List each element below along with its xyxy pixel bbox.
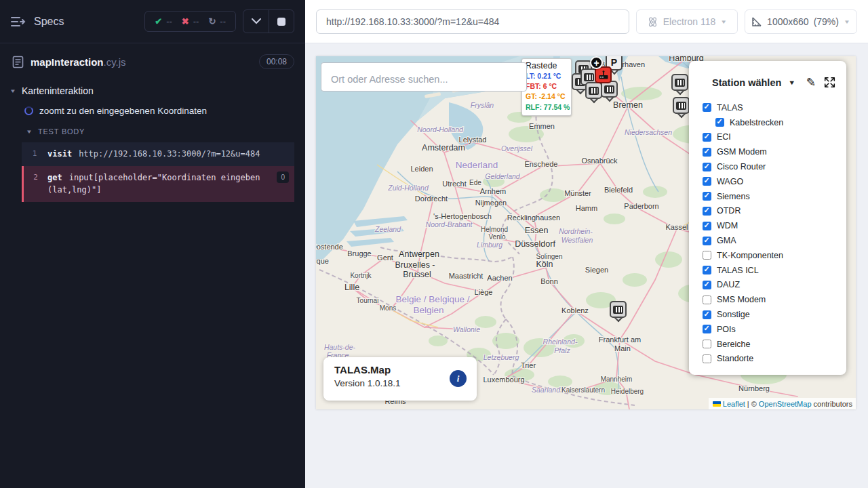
checkbox-label: WAGO: [717, 177, 743, 186]
checkbox[interactable]: [703, 310, 711, 319]
command-get[interactable]: 2 getinput[placeholder="Koordinaten eing…: [22, 166, 294, 202]
checkbox[interactable]: [703, 296, 711, 304]
station-filter-wdm[interactable]: WDM: [703, 218, 846, 233]
spec-timer: 00:08: [259, 54, 294, 69]
checkbox-label: TALAS ICL: [717, 266, 759, 275]
specs-menu-icon[interactable]: [11, 16, 26, 27]
checkbox[interactable]: [703, 148, 711, 157]
station-filter-otdr[interactable]: OTDR: [703, 204, 846, 219]
checkbox[interactable]: [703, 266, 711, 274]
spec-row[interactable]: mapInteraction .cy.js 00:08: [0, 43, 305, 79]
tooltip-measurement: RLF: 77.54 %: [526, 102, 568, 113]
station-filter-cisco-router[interactable]: Cisco Router: [703, 159, 846, 174]
command-message: http://192.168.10.33:3000/?m=12&u=484: [79, 149, 260, 159]
ruler-icon: [751, 16, 762, 27]
station-filter-bereiche[interactable]: Bereiche: [703, 337, 846, 352]
command-visit[interactable]: 1 visithttp://192.168.10.33:3000/?m=12&u…: [22, 142, 294, 166]
stop-icon: [277, 18, 285, 26]
station-marker[interactable]: [610, 301, 627, 318]
checkbox[interactable]: [703, 192, 711, 201]
station-select-dropdown[interactable]: Station wählen: [712, 77, 781, 88]
checkbox[interactable]: [703, 177, 711, 186]
checkbox[interactable]: [703, 222, 711, 230]
tooltip-title: Rastede: [526, 61, 568, 70]
checkbox-label: SMS Modem: [717, 295, 766, 304]
test-body-toggle[interactable]: ▼ TEST BODY: [0, 121, 305, 141]
station-filter-kabelstrecken[interactable]: Kabelstrecken: [703, 115, 846, 130]
checkbox-label: Sonstige: [717, 310, 750, 319]
station-filter-talas[interactable]: TALAS: [703, 100, 846, 115]
station-filter-panel: Station wählen ▼ ✎ TALASKabelstreckenECI…: [689, 61, 846, 375]
checkbox[interactable]: [703, 103, 711, 112]
station-filter-tk-komponenten[interactable]: TK-Komponenten: [703, 248, 846, 263]
checkbox[interactable]: [703, 340, 711, 348]
station-filter-eci[interactable]: ECI: [703, 130, 846, 145]
browser-select[interactable]: Electron 118 ▼: [636, 9, 738, 34]
checkbox-label: GSM Modem: [717, 147, 767, 157]
station-filter-siemens[interactable]: Siemens: [703, 189, 846, 204]
map-search-input[interactable]: Ort oder Adresse suchen...: [321, 62, 527, 92]
station-marker[interactable]: [673, 97, 690, 114]
checkbox[interactable]: [715, 118, 724, 127]
stat-pending: ↻--: [208, 16, 226, 26]
station-filter-sonstige[interactable]: Sonstige: [703, 307, 846, 322]
station-marker[interactable]: [585, 82, 602, 99]
station-tooltip: Rastede LT: 0.21 °CFBT: 6 °CGT: -2.14 °C…: [521, 58, 572, 116]
expand-icon[interactable]: [824, 77, 835, 88]
app-version: Version 1.0.18.1: [334, 378, 467, 388]
url-input[interactable]: http://192.168.10.33:3000/?m=12&u=484: [316, 9, 629, 34]
checkbox[interactable]: [703, 325, 711, 333]
station-filter-gma[interactable]: GMA: [703, 233, 846, 248]
spec-extension: .cy.js: [104, 56, 126, 68]
checkbox[interactable]: [703, 251, 711, 260]
stop-button[interactable]: [269, 10, 294, 33]
chevron-down-icon[interactable]: ▼: [788, 79, 795, 85]
station-filter-gsm-modem[interactable]: GSM Modem: [703, 144, 846, 159]
checkbox[interactable]: [703, 133, 711, 142]
tooltip-measurement: GT: -2.14 °C: [526, 92, 568, 102]
station-filter-dauz[interactable]: DAUZ: [703, 278, 846, 293]
test-row[interactable]: zoomt zu den eingegebenen Koordinaten: [0, 100, 305, 121]
ukraine-flag-icon: [713, 401, 721, 407]
map-viewport[interactable]: HamburgBremerhavenBremenEmmenFryslânNoor…: [316, 56, 856, 409]
failed-icon: ✖: [182, 16, 189, 26]
station-filter-sms-modem[interactable]: SMS Modem: [703, 292, 846, 307]
checkbox[interactable]: [703, 163, 711, 171]
search-placeholder: Ort oder Adresse suchen...: [331, 70, 448, 85]
checkbox-label: WDM: [717, 221, 738, 230]
station-filter-standorte[interactable]: Standorte: [703, 352, 846, 367]
viewport-select[interactable]: 1000x660 (79%) ▼: [745, 9, 857, 34]
station-filter-pois[interactable]: POIs: [703, 322, 846, 337]
stat-failed: ✖--: [182, 16, 199, 26]
checkbox-label: GMA: [717, 236, 736, 245]
checkbox-label: DAUZ: [717, 280, 740, 289]
station-filter-wago[interactable]: WAGO: [703, 174, 846, 189]
chevron-down-icon: ▼: [844, 19, 850, 25]
runner-url-bar: http://192.168.10.33:3000/?m=12&u=484 El…: [305, 0, 868, 43]
checkbox-label: OTDR: [717, 206, 741, 216]
info-icon[interactable]: i: [450, 370, 467, 387]
collapse-button[interactable]: [243, 10, 269, 33]
command-method: get: [47, 173, 62, 182]
leaflet-link[interactable]: Leaflet: [723, 400, 745, 408]
spec-name: mapInteraction: [31, 56, 104, 68]
station-filter-talas-icl[interactable]: TALAS ICL: [703, 263, 846, 278]
osm-link[interactable]: OpenStreetMap: [759, 400, 812, 408]
chevron-down-icon: ▼: [26, 129, 33, 135]
cluster-plus-marker[interactable]: +: [590, 56, 603, 69]
app-title: TALAS.Map: [334, 364, 467, 375]
checkbox[interactable]: [703, 207, 711, 216]
tooltip-measurement: LT: 0.21 °C: [526, 71, 568, 81]
edit-pencil-icon[interactable]: ✎: [806, 75, 816, 89]
checkbox[interactable]: [703, 281, 711, 289]
stat-passed: ✔--: [155, 16, 172, 26]
checkbox[interactable]: [703, 237, 711, 245]
station-marker[interactable]: [671, 74, 688, 91]
sidebar-header: Specs ✔-- ✖-- ↻--: [0, 0, 305, 43]
checkbox-label: Siemens: [717, 192, 750, 201]
checkbox-label: Kabelstrecken: [730, 118, 783, 127]
chevron-down-icon: ▼: [9, 88, 16, 94]
suite-karteninteraktion[interactable]: ▼ Karteninteraktion: [0, 79, 305, 100]
checkbox-label: TK-Komponenten: [717, 251, 783, 260]
checkbox[interactable]: [703, 354, 711, 363]
